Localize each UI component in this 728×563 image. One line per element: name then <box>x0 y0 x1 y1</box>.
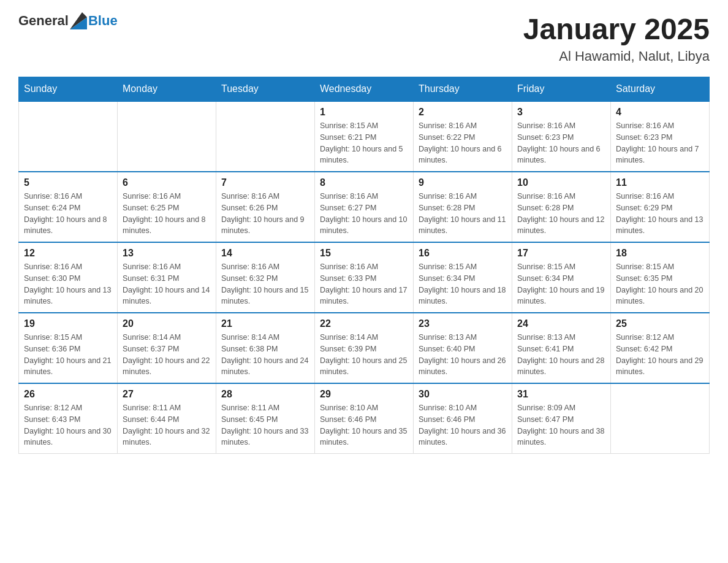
calendar-cell: 7Sunrise: 8:16 AMSunset: 6:26 PMDaylight… <box>216 172 315 242</box>
calendar-cell <box>611 383 710 454</box>
day-number: 20 <box>123 318 211 329</box>
header-day-saturday: Saturday <box>611 77 710 102</box>
day-info: Sunrise: 8:16 AMSunset: 6:26 PMDaylight:… <box>221 191 309 237</box>
day-info: Sunrise: 8:13 AMSunset: 6:40 PMDaylight:… <box>419 332 507 378</box>
day-number: 27 <box>123 389 211 400</box>
calendar-cell: 22Sunrise: 8:14 AMSunset: 6:39 PMDayligh… <box>315 313 414 383</box>
day-number: 14 <box>221 248 309 259</box>
day-info: Sunrise: 8:10 AMSunset: 6:46 PMDaylight:… <box>320 402 408 448</box>
day-number: 26 <box>24 389 112 400</box>
day-number: 25 <box>616 318 704 329</box>
day-number: 18 <box>616 248 704 259</box>
day-info: Sunrise: 8:14 AMSunset: 6:39 PMDaylight:… <box>320 332 408 378</box>
day-number: 22 <box>320 318 408 329</box>
calendar-cell: 13Sunrise: 8:16 AMSunset: 6:31 PMDayligh… <box>118 242 216 313</box>
day-info: Sunrise: 8:11 AMSunset: 6:44 PMDaylight:… <box>123 402 211 448</box>
calendar-cell: 9Sunrise: 8:16 AMSunset: 6:28 PMDaylight… <box>414 172 512 242</box>
header-day-wednesday: Wednesday <box>315 77 414 102</box>
day-number: 3 <box>517 107 605 118</box>
day-info: Sunrise: 8:16 AMSunset: 6:23 PMDaylight:… <box>616 120 704 166</box>
day-number: 30 <box>419 389 507 400</box>
day-info: Sunrise: 8:12 AMSunset: 6:42 PMDaylight:… <box>616 332 704 378</box>
calendar-cell: 8Sunrise: 8:16 AMSunset: 6:27 PMDaylight… <box>315 172 414 242</box>
day-number: 16 <box>419 248 507 259</box>
calendar-cell <box>118 101 216 172</box>
calendar-cell: 23Sunrise: 8:13 AMSunset: 6:40 PMDayligh… <box>414 313 512 383</box>
calendar-cell: 3Sunrise: 8:16 AMSunset: 6:23 PMDaylight… <box>512 101 611 172</box>
page-header: General Blue January 2025 Al Hawamid, Na… <box>18 12 710 64</box>
calendar-cell: 19Sunrise: 8:15 AMSunset: 6:36 PMDayligh… <box>19 313 118 383</box>
calendar-cell: 31Sunrise: 8:09 AMSunset: 6:47 PMDayligh… <box>512 383 611 454</box>
day-info: Sunrise: 8:16 AMSunset: 6:28 PMDaylight:… <box>517 191 605 237</box>
calendar-cell: 20Sunrise: 8:14 AMSunset: 6:37 PMDayligh… <box>118 313 216 383</box>
day-info: Sunrise: 8:16 AMSunset: 6:32 PMDaylight:… <box>221 261 309 307</box>
calendar-cell: 21Sunrise: 8:14 AMSunset: 6:38 PMDayligh… <box>216 313 315 383</box>
day-number: 29 <box>320 389 408 400</box>
day-number: 24 <box>517 318 605 329</box>
day-info: Sunrise: 8:12 AMSunset: 6:43 PMDaylight:… <box>24 402 112 448</box>
calendar-week-5: 26Sunrise: 8:12 AMSunset: 6:43 PMDayligh… <box>19 383 710 454</box>
day-info: Sunrise: 8:10 AMSunset: 6:46 PMDaylight:… <box>419 402 507 448</box>
header-day-tuesday: Tuesday <box>216 77 315 102</box>
day-number: 12 <box>24 248 112 259</box>
calendar-cell <box>19 101 118 172</box>
calendar-cell: 14Sunrise: 8:16 AMSunset: 6:32 PMDayligh… <box>216 242 315 313</box>
calendar-title: January 2025 <box>523 12 710 46</box>
day-number: 28 <box>221 389 309 400</box>
calendar-cell: 25Sunrise: 8:12 AMSunset: 6:42 PMDayligh… <box>611 313 710 383</box>
day-info: Sunrise: 8:16 AMSunset: 6:22 PMDaylight:… <box>419 120 507 166</box>
day-info: Sunrise: 8:16 AMSunset: 6:31 PMDaylight:… <box>123 261 211 307</box>
day-info: Sunrise: 8:16 AMSunset: 6:30 PMDaylight:… <box>24 261 112 307</box>
day-info: Sunrise: 8:16 AMSunset: 6:25 PMDaylight:… <box>123 191 211 237</box>
day-number: 21 <box>221 318 309 329</box>
day-info: Sunrise: 8:11 AMSunset: 6:45 PMDaylight:… <box>221 402 309 448</box>
calendar-week-2: 5Sunrise: 8:16 AMSunset: 6:24 PMDaylight… <box>19 172 710 242</box>
day-info: Sunrise: 8:16 AMSunset: 6:27 PMDaylight:… <box>320 191 408 237</box>
day-info: Sunrise: 8:16 AMSunset: 6:29 PMDaylight:… <box>616 191 704 237</box>
day-number: 17 <box>517 248 605 259</box>
day-info: Sunrise: 8:14 AMSunset: 6:38 PMDaylight:… <box>221 332 309 378</box>
calendar-cell: 11Sunrise: 8:16 AMSunset: 6:29 PMDayligh… <box>611 172 710 242</box>
day-info: Sunrise: 8:16 AMSunset: 6:23 PMDaylight:… <box>517 120 605 166</box>
day-info: Sunrise: 8:15 AMSunset: 6:35 PMDaylight:… <box>616 261 704 307</box>
day-info: Sunrise: 8:14 AMSunset: 6:37 PMDaylight:… <box>123 332 211 378</box>
day-info: Sunrise: 8:15 AMSunset: 6:34 PMDaylight:… <box>517 261 605 307</box>
day-number: 23 <box>419 318 507 329</box>
day-info: Sunrise: 8:13 AMSunset: 6:41 PMDaylight:… <box>517 332 605 378</box>
calendar-cell: 29Sunrise: 8:10 AMSunset: 6:46 PMDayligh… <box>315 383 414 454</box>
day-number: 10 <box>517 177 605 188</box>
day-number: 1 <box>320 107 408 118</box>
calendar-cell: 6Sunrise: 8:16 AMSunset: 6:25 PMDaylight… <box>118 172 216 242</box>
day-number: 4 <box>616 107 704 118</box>
calendar-cell: 12Sunrise: 8:16 AMSunset: 6:30 PMDayligh… <box>19 242 118 313</box>
calendar-cell: 18Sunrise: 8:15 AMSunset: 6:35 PMDayligh… <box>611 242 710 313</box>
header-day-sunday: Sunday <box>19 77 118 102</box>
header-day-thursday: Thursday <box>414 77 512 102</box>
day-number: 2 <box>419 107 507 118</box>
day-number: 9 <box>419 177 507 188</box>
calendar-cell: 16Sunrise: 8:15 AMSunset: 6:34 PMDayligh… <box>414 242 512 313</box>
calendar-cell: 5Sunrise: 8:16 AMSunset: 6:24 PMDaylight… <box>19 172 118 242</box>
day-number: 11 <box>616 177 704 188</box>
calendar-cell: 28Sunrise: 8:11 AMSunset: 6:45 PMDayligh… <box>216 383 315 454</box>
title-block: January 2025 Al Hawamid, Nalut, Libya <box>523 12 710 64</box>
calendar-table: SundayMondayTuesdayWednesdayThursdayFrid… <box>18 77 710 454</box>
day-info: Sunrise: 8:09 AMSunset: 6:47 PMDaylight:… <box>517 402 605 448</box>
day-number: 13 <box>123 248 211 259</box>
calendar-cell <box>216 101 315 172</box>
calendar-cell: 4Sunrise: 8:16 AMSunset: 6:23 PMDaylight… <box>611 101 710 172</box>
calendar-cell: 1Sunrise: 8:15 AMSunset: 6:21 PMDaylight… <box>315 101 414 172</box>
day-info: Sunrise: 8:15 AMSunset: 6:36 PMDaylight:… <box>24 332 112 378</box>
day-number: 15 <box>320 248 408 259</box>
day-number: 31 <box>517 389 605 400</box>
calendar-week-4: 19Sunrise: 8:15 AMSunset: 6:36 PMDayligh… <box>19 313 710 383</box>
calendar-week-3: 12Sunrise: 8:16 AMSunset: 6:30 PMDayligh… <box>19 242 710 313</box>
day-number: 7 <box>221 177 309 188</box>
calendar-cell: 24Sunrise: 8:13 AMSunset: 6:41 PMDayligh… <box>512 313 611 383</box>
calendar-cell: 10Sunrise: 8:16 AMSunset: 6:28 PMDayligh… <box>512 172 611 242</box>
calendar-cell: 30Sunrise: 8:10 AMSunset: 6:46 PMDayligh… <box>414 383 512 454</box>
logo-general-text: General <box>18 13 69 29</box>
day-info: Sunrise: 8:15 AMSunset: 6:34 PMDaylight:… <box>419 261 507 307</box>
logo-blue-text: Blue <box>88 13 118 29</box>
calendar-cell: 17Sunrise: 8:15 AMSunset: 6:34 PMDayligh… <box>512 242 611 313</box>
